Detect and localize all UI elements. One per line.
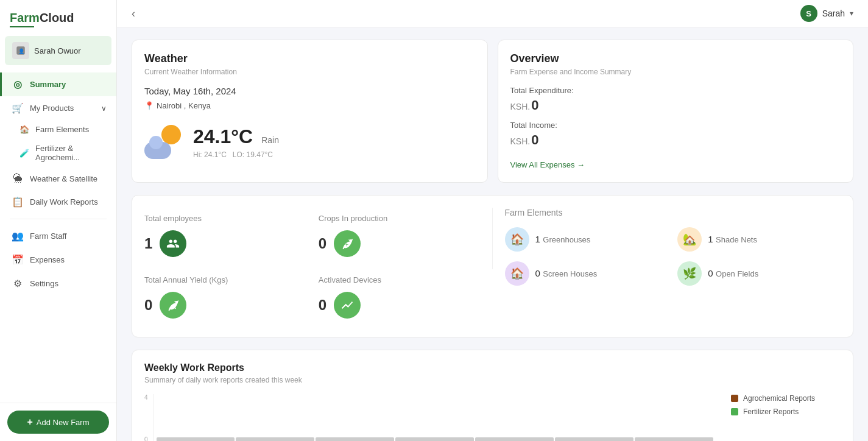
- farm-staff-icon: 👥: [12, 230, 24, 242]
- sidebar-item-daily-work[interactable]: 📋 Daily Work Reports: [0, 190, 116, 214]
- sidebar-label-daily-work: Daily Work Reports: [30, 197, 98, 206]
- sidebar-label-settings: Settings: [30, 279, 58, 288]
- expenditure-amount: 0: [531, 97, 538, 113]
- income-value: KSH.0: [510, 132, 841, 148]
- plus-icon: +: [27, 417, 32, 428]
- sun-icon: [161, 125, 181, 144]
- sidebar-item-expenses[interactable]: 📅 Expenses: [0, 248, 116, 272]
- add-farm-button[interactable]: + Add New Farm: [7, 411, 109, 434]
- farm-elements-grid: 🏠 1 Greenhouses 🏡 1 Shade Nets: [505, 227, 841, 286]
- daily-work-icon: 📋: [12, 196, 24, 208]
- weather-icon-area: [144, 122, 183, 161]
- crops-value-row: 0: [319, 230, 480, 257]
- svg-text:👤: 👤: [18, 48, 25, 55]
- fertilizer-icon: 🧪: [19, 149, 29, 158]
- avatar: S: [800, 5, 817, 22]
- legend-agrochemical: Agrochemical Reports: [731, 394, 841, 403]
- annual-yield-stat: Total Annual Yield (Kgs) 0: [144, 269, 319, 325]
- topbar-user[interactable]: S Sarah ▾: [800, 5, 853, 22]
- agrochemical-legend-dot: [731, 395, 738, 402]
- weather-location: 📍 Nairobi , Kenya: [144, 101, 475, 110]
- screen-houses-icon: 🏠: [505, 261, 529, 286]
- sidebar-label-farm-staff: Farm Staff: [30, 231, 66, 241]
- sidebar-item-my-products[interactable]: 🛒 My Products ∨: [0, 96, 116, 120]
- open-fields-name: Open Fields: [716, 269, 758, 278]
- cloud-icon: [144, 142, 171, 159]
- sidebar-item-settings[interactable]: ⚙ Settings: [0, 272, 116, 295]
- logo: FarmCloud: [10, 11, 74, 25]
- farm-elements-title: Farm Elements: [505, 208, 841, 217]
- employees-value-row: 1: [144, 230, 306, 257]
- income-currency: KSH.: [510, 136, 531, 146]
- farm-element-shade-nets: 🏡 1 Shade Nets: [677, 227, 841, 252]
- avatar-initial: S: [806, 9, 811, 18]
- chart-bar-7: [635, 437, 713, 441]
- sidebar-label-summary: Summary: [30, 80, 66, 89]
- y-max: 4: [144, 394, 148, 401]
- stats-grid: Total employees 1 Total Annual Yield (Kg…: [144, 208, 841, 325]
- chart-legend: Agrochemical Reports Fertilizer Reports: [731, 394, 841, 441]
- weather-range: Hi: 24.1°C LO: 19.47°C: [193, 150, 279, 159]
- greenhouse-icon: 🏠: [505, 227, 529, 252]
- shade-nets-name: Shade Nets: [716, 235, 757, 244]
- weather-subtitle: Current Weather Information: [144, 68, 475, 76]
- view-all-expenses-link[interactable]: View All Expenses →: [510, 160, 585, 169]
- devices-icon: [334, 292, 361, 319]
- fertilizer-legend-label: Fertilizer Reports: [743, 407, 799, 416]
- screen-houses-name: Screen Houses: [543, 269, 597, 278]
- expenditure-row: Total Expenditure: KSH.0: [510, 86, 841, 113]
- sidebar-item-weather[interactable]: 🌦 Weather & Satellite: [0, 167, 116, 190]
- farm-element-greenhouses: 🏠 1 Greenhouses: [505, 227, 668, 252]
- expenses-icon: 📅: [12, 254, 24, 266]
- user-icon: 👤: [12, 42, 29, 59]
- crops-stat: Crops In production 0: [319, 208, 493, 269]
- chart-area: 4 0: [144, 394, 716, 441]
- sidebar: FarmCloud 👤 Sarah Owuor ◎ Summary 🛒 My P…: [0, 0, 117, 441]
- sidebar-item-farm-elements[interactable]: 🏠 Farm Elements: [0, 120, 116, 139]
- chart-bar-4: [395, 437, 474, 441]
- devices-stat: Activated Devices 0: [319, 269, 493, 325]
- sidebar-username: Sarah Owuor: [34, 46, 81, 55]
- open-fields-icon: 🌿: [677, 261, 702, 286]
- location-pin-icon: 📍: [144, 101, 154, 110]
- chart-bar-5: [475, 437, 554, 441]
- expenditure-value: KSH.0: [510, 97, 841, 113]
- greenhouse-count: 1: [535, 234, 540, 244]
- income-amount: 0: [531, 132, 538, 147]
- sidebar-item-summary[interactable]: ◎ Summary: [0, 72, 116, 96]
- chart-bar-3: [316, 437, 394, 441]
- expenditure-label: Total Expenditure:: [510, 86, 841, 95]
- shade-nets-icon: 🏡: [677, 227, 702, 252]
- weather-condition: Rain: [261, 135, 279, 145]
- weather-date: Today, May 16th, 2024: [144, 86, 475, 96]
- sidebar-label-fertilizer: Fertilizer & Agrochemi...: [35, 144, 107, 162]
- add-farm-label: Add New Farm: [37, 418, 90, 427]
- open-fields-count: 0: [708, 268, 713, 278]
- expenditure-currency: KSH.: [510, 102, 531, 111]
- annual-yield-label: Total Annual Yield (Kgs): [144, 275, 306, 284]
- income-label: Total Income:: [510, 121, 841, 130]
- weather-main: 24.1°C Rain Hi: 24.1°C LO: 19.47°C: [144, 122, 475, 161]
- weekly-reports-subtitle: Summary of daily work reports created th…: [144, 376, 841, 384]
- sidebar-item-fertilizer[interactable]: 🧪 Fertilizer & Agrochemi...: [0, 139, 116, 167]
- weekly-reports-title: Weekly Work Reports: [144, 362, 841, 373]
- employees-icon: [160, 230, 186, 257]
- weekly-reports-section: Weekly Work Reports Summary of daily wor…: [132, 350, 853, 441]
- weather-icon: 🌦: [12, 173, 24, 184]
- logo-underline: [10, 26, 34, 27]
- nav-divider: [10, 219, 107, 219]
- sidebar-item-farm-staff[interactable]: 👥 Farm Staff: [0, 224, 116, 248]
- sidebar-label-expenses: Expenses: [30, 255, 65, 264]
- weekly-reports-body: 4 0: [144, 394, 841, 441]
- weather-title: Weather: [144, 52, 475, 65]
- legend-fertilizer: Fertilizer Reports: [731, 407, 841, 416]
- stats-section: Total employees 1 Total Annual Yield (Kg…: [132, 195, 853, 337]
- chart-bar-6: [555, 437, 633, 441]
- sidebar-user[interactable]: 👤 Sarah Owuor: [5, 36, 111, 65]
- employees-stat: Total employees 1: [144, 208, 319, 269]
- sidebar-label-farm-elements: Farm Elements: [35, 125, 89, 134]
- annual-yield-value-row: 0: [144, 292, 306, 319]
- collapse-icon[interactable]: ‹: [132, 7, 135, 20]
- chart-bars: [153, 394, 716, 441]
- overview-title: Overview: [510, 52, 841, 65]
